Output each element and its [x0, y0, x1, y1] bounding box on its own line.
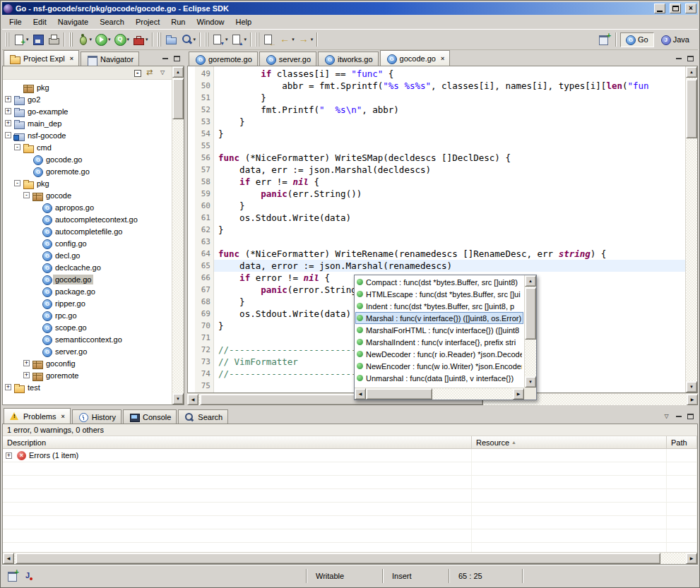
- minimize-view-button[interactable]: [673, 412, 684, 421]
- title-bar[interactable]: Go - nsf-gocode/src/pkg/gocode/gocode.go…: [2, 2, 698, 15]
- collapse-all-button[interactable]: [132, 67, 145, 78]
- scrollbar-thumb[interactable]: [686, 79, 697, 138]
- tree-item-goremote[interactable]: +goremote: [3, 369, 172, 381]
- popup-vertical-scrollbar[interactable]: ▲ ▼: [524, 275, 536, 388]
- menu-navigate[interactable]: Navigate: [52, 16, 94, 28]
- collapse-icon[interactable]: -: [23, 192, 30, 198]
- column-header-path[interactable]: Path: [667, 436, 697, 448]
- scroll-right-button[interactable]: ▶: [686, 553, 697, 564]
- tree-item-nsf-gocode[interactable]: -nsf-gocode: [3, 129, 172, 141]
- tree-item-config-go[interactable]: config.go: [3, 237, 172, 249]
- code-line[interactable]: }: [214, 224, 685, 236]
- completion-item[interactable]: NewEncoder : func(w io.Writer) *json.Enc…: [355, 360, 523, 372]
- minimize-button[interactable]: [654, 4, 665, 13]
- close-button[interactable]: ×: [685, 4, 696, 13]
- toolbar-drag-handle[interactable]: [6, 32, 9, 47]
- scroll-down-button[interactable]: ▼: [172, 393, 184, 404]
- scroll-right-button[interactable]: ▶: [513, 388, 524, 400]
- scroll-down-button[interactable]: ▼: [686, 381, 697, 392]
- scroll-left-button[interactable]: ◀: [355, 388, 366, 400]
- code-line[interactable]: }: [214, 116, 685, 128]
- tree-item-gocode-go[interactable]: gocode.go: [3, 273, 172, 285]
- scrollbar-thumb[interactable]: [366, 388, 432, 400]
- minimize-editor-button[interactable]: [673, 54, 684, 63]
- tree-item-autocompletefile-go[interactable]: autocompletefile.go: [3, 225, 172, 237]
- code-line[interactable]: data, err := json.Marshal(decldescs): [214, 164, 685, 176]
- expand-icon[interactable]: +: [5, 108, 11, 114]
- code-line[interactable]: }: [214, 92, 685, 104]
- profile-button[interactable]: ▾: [112, 31, 131, 48]
- perspective-java[interactable]: Java: [655, 32, 695, 47]
- scroll-up-button[interactable]: ▲: [686, 66, 697, 78]
- problems-horizontal-scrollbar[interactable]: ◀ ▶: [3, 552, 697, 564]
- code-line[interactable]: [214, 236, 685, 248]
- tree-item-pkg[interactable]: pkg: [3, 81, 172, 93]
- tree-item-pkg[interactable]: -pkg: [3, 177, 172, 189]
- code-line[interactable]: fmt.Printf(" %s\n", abbr): [214, 104, 685, 116]
- collapse-icon[interactable]: -: [5, 132, 11, 138]
- view-menu-button[interactable]: ▽: [661, 412, 672, 421]
- editor-tab-gocode-go[interactable]: gocode.go×: [380, 50, 451, 66]
- open-perspective-button[interactable]: [596, 31, 612, 48]
- menu-file[interactable]: File: [4, 16, 28, 28]
- completion-item[interactable]: Marshal : func(v interface{}) ([]uint8, …: [355, 312, 523, 324]
- tree-item-go-example[interactable]: +go-example: [3, 105, 172, 117]
- completion-item[interactable]: Unmarshal : func(data []uint8, v interfa…: [355, 372, 523, 384]
- external-tools-button[interactable]: ▾: [131, 31, 150, 48]
- next-annotation-button[interactable]: ▾: [210, 31, 230, 48]
- last-edit-button[interactable]: [261, 31, 277, 48]
- expand-icon[interactable]: +: [6, 452, 12, 459]
- explorer-scrollbar[interactable]: ▲ ▼: [172, 66, 184, 404]
- expand-icon[interactable]: +: [23, 372, 30, 378]
- scrollbar-thumb[interactable]: [525, 287, 536, 340]
- menu-search[interactable]: Search: [94, 16, 130, 28]
- problem-row[interactable]: +×Errors (1 item): [3, 449, 697, 462]
- close-icon[interactable]: ×: [61, 413, 64, 420]
- completion-item[interactable]: MarshalIndent : func(v interface{}, pref…: [355, 336, 523, 348]
- tree-item-package-go[interactable]: package.go: [3, 285, 172, 297]
- link-editor-button[interactable]: [145, 67, 158, 78]
- view-tab-history[interactable]: History: [72, 409, 121, 424]
- debug-button[interactable]: ▾: [75, 31, 94, 48]
- toolbar-drag-handle[interactable]: [205, 32, 208, 47]
- code-line[interactable]: os.Stdout.Write(data): [214, 212, 685, 224]
- toolbar-drag-handle[interactable]: [69, 32, 73, 47]
- view-tab-project-expl[interactable]: Project Expl×: [4, 50, 79, 66]
- menu-project[interactable]: Project: [130, 16, 165, 28]
- code-line[interactable]: }: [214, 200, 685, 212]
- run-button[interactable]: ▾: [93, 31, 112, 48]
- tree-item-goconfig[interactable]: +goconfig: [3, 357, 172, 369]
- tree-item-semanticcontext-go[interactable]: semanticcontext.go: [3, 333, 172, 345]
- code-line[interactable]: data, error := json.Marshal(renamedescs): [214, 260, 685, 272]
- editor-tab-server-go[interactable]: server.go: [259, 52, 316, 66]
- maximize-view-button[interactable]: [685, 412, 696, 421]
- close-icon[interactable]: ×: [441, 55, 444, 62]
- open-resource-button[interactable]: [163, 31, 179, 48]
- menu-edit[interactable]: Edit: [28, 16, 52, 28]
- view-tab-search[interactable]: Search: [178, 409, 228, 424]
- code-line[interactable]: func (*NiceFormatter) WriteRename(rename…: [214, 248, 685, 260]
- save-button[interactable]: [30, 31, 46, 48]
- view-tab-problems[interactable]: Problems×: [4, 408, 71, 424]
- completion-item[interactable]: HTMLEscape : func(dst *bytes.Buffer, src…: [355, 288, 523, 300]
- completion-item[interactable]: MarshalForHTML : func(v interface{}) ([]…: [355, 324, 523, 336]
- collapse-icon[interactable]: -: [14, 144, 20, 150]
- column-header-resource[interactable]: Resource▲: [472, 436, 667, 448]
- code-line[interactable]: func (*NiceFormatter) WriteSMap(decldesc…: [214, 152, 685, 164]
- prev-annotation-button[interactable]: ▾: [230, 31, 249, 48]
- code-line[interactable]: panic(err.String()): [214, 188, 685, 200]
- tree-item-go2[interactable]: +go2: [3, 93, 172, 105]
- menu-help[interactable]: Help: [230, 16, 258, 28]
- tree-item-test[interactable]: +test: [3, 381, 172, 393]
- expand-icon[interactable]: +: [5, 96, 11, 102]
- editor-tab-itworks-go[interactable]: itworks.go: [318, 52, 379, 66]
- completion-item[interactable]: Compact : func(dst *bytes.Buffer, src []…: [355, 276, 523, 288]
- editor-vertical-scrollbar[interactable]: ▲ ▼: [685, 66, 697, 392]
- scroll-left-button[interactable]: ◀: [3, 553, 14, 564]
- tree-item-gocode[interactable]: -gocode: [3, 189, 172, 201]
- completion-item[interactable]: NewDecoder : func(r io.Reader) *json.Dec…: [355, 348, 523, 360]
- tree-item-gocode-go[interactable]: gocode.go: [3, 153, 172, 165]
- scroll-up-button[interactable]: ▲: [525, 275, 536, 287]
- maximize-view-button[interactable]: [172, 54, 182, 63]
- tree-item-cmd[interactable]: -cmd: [3, 141, 172, 153]
